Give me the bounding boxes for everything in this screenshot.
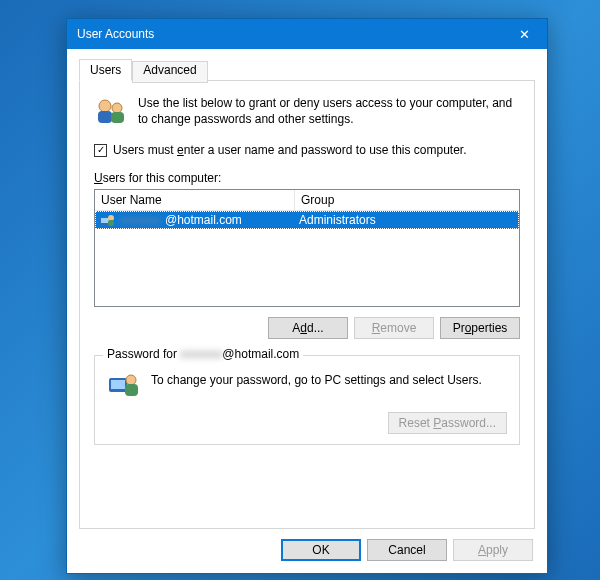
cancel-button[interactable]: Cancel — [367, 539, 447, 561]
svg-rect-7 — [108, 220, 114, 226]
svg-point-0 — [99, 100, 111, 112]
password-help-text: To change your password, go to PC settin… — [151, 368, 482, 388]
password-groupbox: Password for xxxxxxx@hotmail.com To chan… — [94, 355, 520, 445]
username-domain: @hotmail.com — [165, 213, 242, 227]
properties-button[interactable]: Properties — [440, 317, 520, 339]
close-icon: ✕ — [519, 27, 530, 42]
remove-button: Remove — [354, 317, 434, 339]
close-button[interactable]: ✕ — [502, 19, 547, 49]
add-button[interactable]: Add... — [268, 317, 348, 339]
dialog-buttons-row: OK Cancel Apply — [79, 539, 535, 561]
list-buttons-row: Add... Remove Properties — [94, 317, 520, 339]
users-listview[interactable]: User Name Group xxxxxxx@h — [94, 189, 520, 307]
cell-group: Administrators — [297, 213, 515, 227]
intro-row: Use the list below to grant or deny user… — [94, 95, 520, 129]
apply-button: Apply — [453, 539, 533, 561]
user-accounts-window: User Accounts ✕ Users Advanced Use the l… — [66, 18, 548, 574]
intro-text: Use the list below to grant or deny user… — [138, 95, 520, 129]
client-area: Users Advanced Use the list below to gra… — [67, 49, 547, 573]
users-icon — [94, 95, 128, 129]
titlebar[interactable]: User Accounts ✕ — [67, 19, 547, 49]
svg-rect-9 — [111, 380, 125, 389]
password-user-icon — [107, 368, 141, 402]
must-enter-credentials-label: Users must enter a user name and passwor… — [113, 143, 467, 157]
cell-username: xxxxxxx@hotmail.com — [99, 212, 297, 228]
ok-button[interactable]: OK — [281, 539, 361, 561]
column-header-group[interactable]: Group — [295, 190, 519, 210]
svg-rect-11 — [125, 384, 138, 396]
username-hidden: xxxxxxx — [119, 213, 161, 227]
password-row: To change your password, go to PC settin… — [107, 368, 507, 402]
must-enter-credentials-row: ✓ Users must enter a user name and passw… — [94, 143, 520, 157]
list-row[interactable]: xxxxxxx@hotmail.com Administrators — [95, 211, 519, 229]
tab-advanced[interactable]: Advanced — [132, 61, 207, 83]
tab-panel-users: Use the list below to grant or deny user… — [79, 80, 535, 529]
svg-rect-5 — [101, 218, 109, 223]
window-title: User Accounts — [77, 27, 502, 41]
svg-point-10 — [126, 375, 136, 385]
svg-rect-1 — [98, 111, 112, 123]
user-icon — [99, 212, 115, 228]
password-group-legend: Password for xxxxxxx@hotmail.com — [103, 347, 303, 361]
column-header-username[interactable]: User Name — [95, 190, 295, 210]
password-button-row: Reset Password... — [107, 412, 507, 434]
must-enter-credentials-checkbox[interactable]: ✓ — [94, 144, 107, 157]
svg-rect-3 — [111, 112, 124, 123]
reset-password-button: Reset Password... — [388, 412, 507, 434]
tabstrip: Users Advanced — [79, 59, 535, 81]
listview-header: User Name Group — [95, 190, 519, 211]
tab-users[interactable]: Users — [79, 59, 132, 81]
users-list-label: Users for this computer: — [94, 171, 520, 185]
svg-point-2 — [112, 103, 122, 113]
